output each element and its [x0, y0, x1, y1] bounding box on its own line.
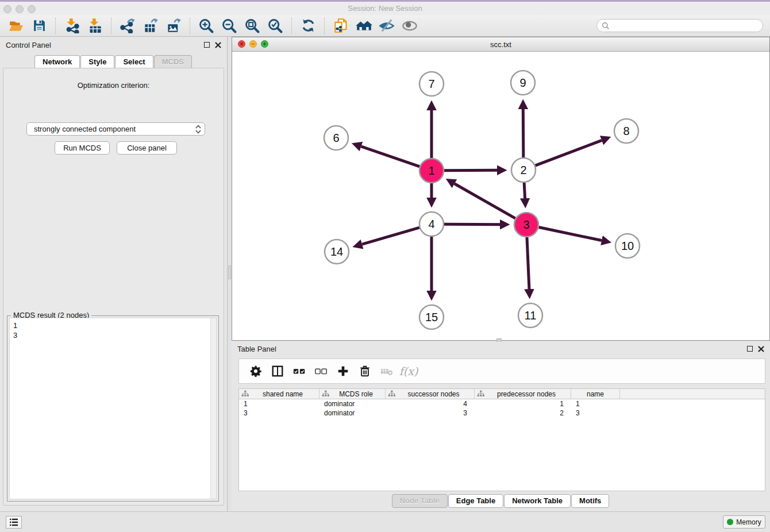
network-frame-title: scc.txt — [490, 40, 511, 49]
table-row[interactable]: 1 dominator 4 1 1 — [239, 399, 765, 408]
column-header-name[interactable]: name — [571, 389, 620, 399]
cell-shared-name[interactable]: 1 — [239, 399, 319, 408]
cell-name[interactable]: 3 — [571, 408, 620, 418]
control-panel: Control Panel Network Style Select MCDS … — [0, 37, 228, 511]
maximize-window-icon[interactable] — [28, 5, 36, 13]
home-icon[interactable] — [355, 17, 372, 34]
cell-shared-name[interactable]: 3 — [239, 408, 319, 418]
tab-select[interactable]: Select — [115, 55, 153, 68]
cell-mcds-role[interactable]: dominator — [319, 408, 386, 418]
split-view-icon[interactable] — [270, 364, 285, 379]
tab-network-table[interactable]: Network Table — [504, 494, 571, 508]
graph-node-label: 6 — [333, 132, 339, 144]
float-table-panel-icon[interactable] — [747, 346, 753, 352]
graph-edge[interactable] — [539, 228, 602, 241]
hide-selected-eye-icon[interactable] — [378, 17, 395, 34]
column-header-mcds-role[interactable]: MCDS role — [319, 389, 386, 399]
tab-network[interactable]: Network — [34, 55, 80, 68]
column-header-predecessor-nodes[interactable]: predecessor nodes — [475, 389, 571, 399]
graph-edge[interactable] — [527, 237, 529, 289]
cell-successor-nodes[interactable]: 4 — [386, 399, 475, 408]
zoom-selected-icon[interactable] — [267, 17, 284, 34]
vertical-splitter-handle[interactable] — [228, 265, 231, 279]
refresh-icon[interactable] — [299, 17, 317, 34]
graph-node-label: 7 — [428, 78, 434, 90]
graph-edge[interactable] — [361, 147, 420, 167]
network-frame-titlebar[interactable]: × − + scc.txt — [232, 37, 769, 52]
main-toolbar — [0, 15, 770, 37]
add-column-icon[interactable] — [336, 364, 351, 379]
select-all-checkboxes-icon[interactable] — [292, 364, 307, 379]
column-tree-icon — [241, 390, 249, 398]
minimize-window-icon[interactable] — [16, 5, 24, 13]
function-builder-icon-disabled: f(x) — [401, 364, 416, 379]
network-canvas[interactable]: 7968124314101511 — [232, 52, 769, 340]
graph-node-label: 1 — [428, 164, 434, 177]
import-network-icon[interactable] — [63, 17, 80, 34]
import-table-icon[interactable] — [86, 17, 103, 34]
control-panel-title: Control Panel — [6, 41, 204, 49]
table-panel-tabs: Node Table Edge Table Network Table Moti… — [232, 494, 770, 508]
minimize-network-icon[interactable]: − — [249, 40, 257, 48]
cell-mcds-role[interactable]: dominator — [319, 399, 386, 408]
float-panel-icon[interactable] — [204, 42, 210, 48]
table-settings-gear-icon[interactable] — [248, 364, 263, 379]
close-window-icon[interactable] — [3, 5, 11, 13]
network-graph[interactable]: 7968124314101511 — [232, 52, 769, 340]
close-panel-button[interactable]: Close panel — [117, 141, 177, 155]
cell-predecessor-nodes[interactable]: 2 — [475, 408, 571, 418]
cell-predecessor-nodes[interactable]: 1 — [475, 399, 571, 408]
save-session-icon[interactable] — [30, 17, 48, 34]
tab-edge-table[interactable]: Edge Table — [448, 494, 503, 508]
export-table-icon[interactable] — [142, 17, 159, 34]
run-mcds-button[interactable]: Run MCDS — [55, 141, 110, 155]
tab-node-table[interactable]: Node Table — [392, 494, 448, 508]
criterion-dropdown[interactable]: strongly connected component — [26, 122, 205, 136]
graph-edge[interactable] — [523, 109, 523, 157]
graph-node-label: 11 — [525, 309, 537, 322]
tab-style[interactable]: Style — [80, 55, 114, 68]
graph-edge[interactable] — [444, 170, 497, 171]
delete-table-icon-disabled — [379, 364, 394, 379]
zoom-in-icon[interactable] — [198, 17, 215, 34]
show-all-eye-icon[interactable] — [401, 17, 418, 34]
export-image-icon[interactable] — [165, 17, 182, 34]
graph-node-label: 8 — [623, 125, 629, 137]
graph-node-label: 9 — [519, 76, 526, 89]
memory-label: Memory — [736, 518, 761, 526]
clone-network-icon[interactable] — [332, 17, 349, 34]
search-field[interactable] — [596, 19, 763, 32]
graph-node-label: 2 — [520, 164, 526, 176]
column-header-shared-name[interactable]: shared name — [239, 389, 319, 399]
close-network-icon[interactable]: × — [238, 40, 245, 48]
cell-successor-nodes[interactable]: 3 — [386, 408, 475, 418]
node-table[interactable]: shared name MCDS role successor nodes pr… — [238, 388, 765, 491]
graph-edge[interactable] — [455, 184, 515, 218]
zoom-out-icon[interactable] — [221, 17, 238, 34]
close-panel-icon[interactable] — [215, 42, 221, 48]
table-panel-title: Table Panel — [237, 345, 747, 353]
mcds-result-area[interactable]: 1 3 — [9, 318, 217, 499]
zoom-fit-icon[interactable] — [244, 17, 261, 34]
close-table-panel-icon[interactable] — [758, 346, 764, 352]
graph-edge[interactable] — [536, 140, 602, 165]
graph-edge[interactable] — [362, 228, 419, 244]
cell-name[interactable]: 1 — [571, 399, 620, 408]
tab-motifs[interactable]: Motifs — [571, 494, 609, 508]
export-network-icon[interactable] — [119, 17, 136, 34]
delete-column-trash-icon[interactable] — [357, 364, 372, 379]
open-session-icon[interactable] — [7, 17, 25, 34]
tab-mcds[interactable]: MCDS — [154, 55, 192, 68]
graph-edge[interactable] — [524, 183, 525, 198]
task-history-button[interactable] — [6, 516, 22, 529]
maximize-network-icon[interactable]: + — [261, 40, 268, 48]
table-row[interactable]: 3 dominator 3 2 3 — [239, 408, 765, 418]
result-scrollbar[interactable] — [210, 318, 216, 499]
column-header-successor-nodes[interactable]: successor nodes — [386, 389, 475, 399]
graph-edge[interactable] — [444, 224, 500, 225]
column-header-empty — [620, 389, 765, 399]
search-input[interactable] — [610, 20, 763, 32]
deselect-all-checkboxes-icon[interactable] — [314, 364, 329, 379]
column-tree-icon — [477, 390, 484, 398]
memory-button[interactable]: Memory — [723, 515, 765, 529]
